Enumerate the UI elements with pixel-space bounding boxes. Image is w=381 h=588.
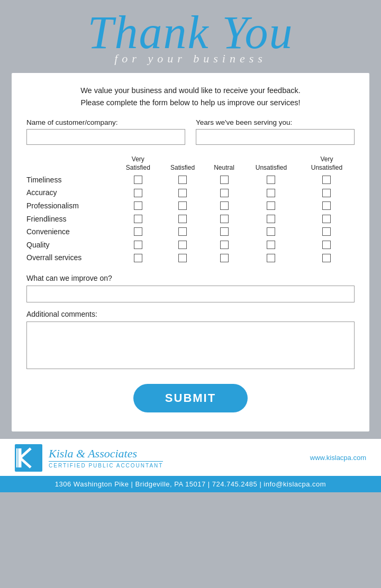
table-row: Timeliness — [26, 173, 355, 187]
customer-field-group: Name of customer/company: — [26, 118, 185, 145]
checkbox-satisfied-1[interactable] — [178, 189, 187, 197]
checkbox-very-satisfied-3[interactable] — [134, 215, 142, 223]
footer-logo-row: Kisla & Associates CERTIFIED PUBLIC ACCO… — [0, 439, 381, 476]
rating-row-label: Quality — [26, 238, 116, 251]
checkbox-cell[interactable] — [160, 199, 205, 213]
checkbox-very-unsatisfied-6[interactable] — [322, 254, 331, 262]
checkbox-cell[interactable] — [243, 186, 299, 199]
checkbox-cell[interactable] — [299, 212, 355, 225]
checkbox-neutral-2[interactable] — [220, 201, 229, 210]
checkbox-cell[interactable] — [205, 238, 243, 251]
customer-input[interactable] — [26, 129, 185, 145]
checkbox-satisfied-6[interactable] — [178, 254, 187, 262]
checkbox-neutral-3[interactable] — [220, 215, 229, 223]
checkbox-very-satisfied-5[interactable] — [134, 241, 142, 249]
checkbox-cell[interactable] — [116, 212, 160, 225]
checkbox-very-unsatisfied-0[interactable] — [322, 176, 331, 184]
rating-row-label: Overrall services — [26, 251, 116, 264]
checkbox-cell[interactable] — [116, 186, 160, 199]
years-field-group: Years we've been serving you: — [196, 118, 355, 145]
checkbox-neutral-1[interactable] — [220, 189, 229, 197]
checkbox-cell[interactable] — [243, 173, 299, 187]
table-row: Accuracy — [26, 186, 355, 199]
checkbox-cell[interactable] — [205, 251, 243, 264]
checkbox-very-unsatisfied-1[interactable] — [322, 189, 331, 197]
improve-label: What can we improve on? — [26, 274, 355, 282]
rating-row-label: Friendliness — [26, 212, 116, 225]
top-fields-row: Name of customer/company: Years we've be… — [26, 118, 355, 145]
checkbox-cell[interactable] — [160, 251, 205, 264]
years-label: Years we've been serving you: — [196, 118, 355, 126]
table-row: Quality — [26, 238, 355, 251]
checkbox-unsatisfied-0[interactable] — [267, 176, 275, 184]
checkbox-cell[interactable] — [205, 225, 243, 238]
years-input[interactable] — [196, 129, 355, 145]
checkbox-cell[interactable] — [205, 199, 243, 213]
submit-button[interactable]: SUBMIT — [133, 384, 248, 412]
checkbox-very-satisfied-2[interactable] — [134, 201, 142, 210]
checkbox-unsatisfied-6[interactable] — [267, 254, 275, 262]
checkbox-cell[interactable] — [299, 173, 355, 187]
improve-input[interactable] — [26, 286, 355, 302]
checkbox-cell[interactable] — [299, 186, 355, 199]
rating-row-label: Convenience — [26, 225, 116, 238]
checkbox-cell[interactable] — [205, 186, 243, 199]
checkbox-cell[interactable] — [116, 173, 160, 187]
checkbox-unsatisfied-3[interactable] — [267, 215, 275, 223]
checkbox-very-unsatisfied-2[interactable] — [322, 201, 331, 210]
checkbox-unsatisfied-5[interactable] — [267, 241, 275, 249]
checkbox-cell[interactable] — [299, 251, 355, 264]
header-section: Thank You for your business — [0, 0, 381, 73]
checkbox-very-satisfied-1[interactable] — [134, 189, 142, 197]
checkbox-cell[interactable] — [205, 173, 243, 187]
checkbox-cell[interactable] — [116, 238, 160, 251]
checkbox-neutral-0[interactable] — [220, 176, 229, 184]
checkbox-unsatisfied-2[interactable] — [267, 201, 275, 210]
satisfied-header: Satisfied — [160, 154, 205, 173]
checkbox-neutral-5[interactable] — [220, 241, 229, 249]
checkbox-satisfied-3[interactable] — [178, 215, 187, 223]
checkbox-satisfied-0[interactable] — [178, 176, 187, 184]
form-container: We value your business and would like to… — [12, 73, 369, 431]
checkbox-very-satisfied-4[interactable] — [134, 227, 142, 236]
checkbox-cell[interactable] — [160, 225, 205, 238]
logo-left: Kisla & Associates CERTIFIED PUBLIC ACCO… — [15, 444, 163, 472]
checkbox-unsatisfied-4[interactable] — [267, 227, 275, 236]
checkbox-very-unsatisfied-3[interactable] — [322, 215, 331, 223]
neutral-header: Neutral — [205, 154, 243, 173]
checkbox-very-satisfied-6[interactable] — [134, 254, 142, 262]
table-row: Convenience — [26, 225, 355, 238]
checkbox-cell[interactable] — [116, 225, 160, 238]
checkbox-cell[interactable] — [160, 212, 205, 225]
checkbox-cell[interactable] — [299, 199, 355, 213]
checkbox-cell[interactable] — [299, 225, 355, 238]
checkbox-cell[interactable] — [160, 238, 205, 251]
checkbox-cell[interactable] — [160, 186, 205, 199]
empty-header — [26, 154, 116, 173]
checkbox-very-unsatisfied-4[interactable] — [322, 227, 331, 236]
rating-row-label: Timeliness — [26, 173, 116, 187]
checkbox-very-satisfied-0[interactable] — [134, 176, 142, 184]
submit-container: SUBMIT — [26, 384, 355, 412]
comments-textarea[interactable] — [26, 321, 355, 369]
checkbox-cell[interactable] — [116, 199, 160, 213]
subtitle: for your business — [11, 52, 370, 66]
comments-section: Additional comments: — [26, 310, 355, 371]
checkbox-cell[interactable] — [243, 238, 299, 251]
ratings-table: VerySatisfied Satisfied Neutral Unsatisf… — [26, 154, 355, 264]
checkbox-satisfied-4[interactable] — [178, 227, 187, 236]
checkbox-cell[interactable] — [243, 225, 299, 238]
checkbox-cell[interactable] — [116, 251, 160, 264]
checkbox-cell[interactable] — [243, 251, 299, 264]
checkbox-satisfied-5[interactable] — [178, 241, 187, 249]
checkbox-neutral-4[interactable] — [220, 227, 229, 236]
checkbox-cell[interactable] — [243, 199, 299, 213]
checkbox-cell[interactable] — [205, 212, 243, 225]
checkbox-cell[interactable] — [160, 173, 205, 187]
checkbox-neutral-6[interactable] — [220, 254, 229, 262]
checkbox-satisfied-2[interactable] — [178, 201, 187, 210]
checkbox-very-unsatisfied-5[interactable] — [322, 241, 331, 249]
checkbox-unsatisfied-1[interactable] — [267, 189, 275, 197]
checkbox-cell[interactable] — [299, 238, 355, 251]
checkbox-cell[interactable] — [243, 212, 299, 225]
